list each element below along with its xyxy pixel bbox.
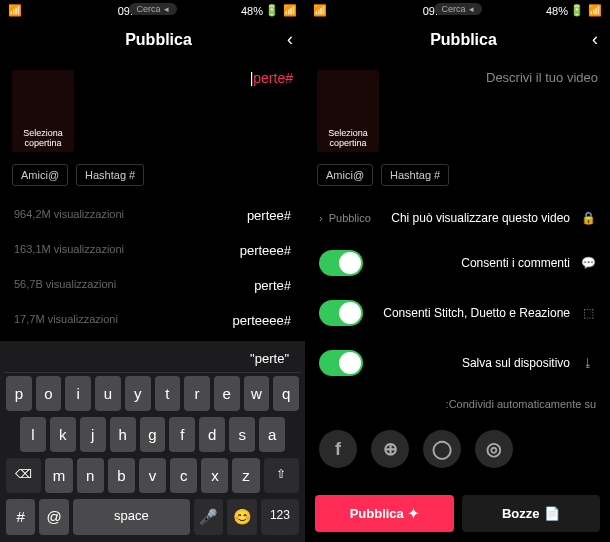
- key-y[interactable]: y: [125, 376, 151, 411]
- draft-button[interactable]: 📄 Bozze: [462, 495, 601, 532]
- key-r[interactable]: r: [184, 376, 210, 411]
- key-n[interactable]: n: [77, 458, 104, 493]
- key-u[interactable]: u: [95, 376, 121, 411]
- friends-chip[interactable]: @Amici: [317, 164, 373, 186]
- key-t[interactable]: t: [155, 376, 181, 411]
- chevron-right-icon[interactable]: ›: [592, 29, 598, 50]
- download-icon: ⭳: [580, 355, 596, 371]
- key-b[interactable]: b: [108, 458, 135, 493]
- key-e[interactable]: e: [214, 376, 240, 411]
- suggestion-item[interactable]: #pertee964,2M visualizzazioni: [0, 198, 305, 233]
- key-k[interactable]: k: [50, 417, 76, 452]
- friends-chip[interactable]: @Amici: [12, 164, 68, 186]
- header: › Pubblica: [0, 21, 305, 58]
- page-title: Pubblica: [335, 31, 592, 49]
- suggestion-item[interactable]: #perte56,7B visualizzazioni: [0, 268, 305, 303]
- cover-thumbnail[interactable]: Seleziona copertina: [12, 70, 74, 152]
- publish-button[interactable]: ✦ Pubblica: [315, 495, 454, 532]
- key-d[interactable]: d: [199, 417, 225, 452]
- phone-left: ◂ Cerca 📶🔋48% 09:39 📶 › Pubblica Descriv…: [305, 0, 610, 542]
- key-at[interactable]: @: [39, 499, 68, 535]
- lock-icon: 🔒: [580, 210, 596, 226]
- save-row: ⭳Salva sul dispositivo: [305, 338, 610, 388]
- key-s[interactable]: s: [229, 417, 255, 452]
- page-title: Pubblica: [30, 31, 287, 49]
- key-p[interactable]: p: [6, 376, 32, 411]
- key-hash[interactable]: #: [6, 499, 35, 535]
- hashtag-suggestions: #pertee964,2M visualizzazioni #perteee16…: [0, 198, 305, 338]
- key-f[interactable]: f: [169, 417, 195, 452]
- key-z[interactable]: z: [232, 458, 259, 493]
- key-mic[interactable]: 🎤: [194, 499, 223, 535]
- stitch-icon: ⬚: [580, 305, 596, 321]
- suggestion-item[interactable]: #perteee163,1M visualizzazioni: [0, 233, 305, 268]
- instagram-icon[interactable]: ◯: [423, 430, 461, 468]
- stitch-row: ⬚Consenti Stitch, Duetto e Reazione: [305, 288, 610, 338]
- whatsapp-icon[interactable]: ◎: [475, 430, 513, 468]
- key-g[interactable]: g: [140, 417, 166, 452]
- key-w[interactable]: w: [244, 376, 270, 411]
- key-m[interactable]: m: [45, 458, 72, 493]
- keyboard: "perte" q w e r t y u i o p a s d f g h …: [0, 341, 305, 542]
- stitch-toggle[interactable]: [319, 300, 363, 326]
- keyboard-suggestion[interactable]: "perte": [4, 345, 301, 373]
- key-l[interactable]: l: [20, 417, 46, 452]
- search-pill[interactable]: ◂ Cerca: [433, 3, 481, 15]
- key-o[interactable]: o: [36, 376, 62, 411]
- share-label: Condividi automaticamente su:: [305, 388, 610, 420]
- header: › Pubblica: [305, 21, 610, 58]
- stories-icon[interactable]: ⊕: [371, 430, 409, 468]
- comments-toggle[interactable]: [319, 250, 363, 276]
- privacy-row[interactable]: 🔒Chi può visualizzare questo video Pubbl…: [305, 198, 610, 238]
- key-a[interactable]: a: [259, 417, 285, 452]
- key-v[interactable]: v: [139, 458, 166, 493]
- search-pill[interactable]: ◂ Cerca: [128, 3, 176, 15]
- key-c[interactable]: c: [170, 458, 197, 493]
- key-space[interactable]: space: [73, 499, 190, 535]
- cover-thumbnail[interactable]: Seleziona copertina: [317, 70, 379, 152]
- chevron-right-icon[interactable]: ›: [287, 29, 293, 50]
- save-toggle[interactable]: [319, 350, 363, 376]
- key-x[interactable]: x: [201, 458, 228, 493]
- key-j[interactable]: j: [80, 417, 106, 452]
- hashtag-chip[interactable]: # Hashtag: [381, 164, 449, 186]
- key-q[interactable]: q: [273, 376, 299, 411]
- key-backspace[interactable]: ⌫: [6, 458, 41, 493]
- hashtag-chip[interactable]: # Hashtag: [76, 164, 144, 186]
- chevron-left-icon: ‹: [319, 212, 323, 224]
- comments-row: 💬Consenti i commenti: [305, 238, 610, 288]
- facebook-icon[interactable]: f: [319, 430, 357, 468]
- suggestion-item[interactable]: #perteeee17,7M visualizzazioni: [0, 303, 305, 338]
- key-123[interactable]: 123: [261, 499, 299, 535]
- key-h[interactable]: h: [110, 417, 136, 452]
- key-i[interactable]: i: [65, 376, 91, 411]
- key-emoji[interactable]: 😊: [227, 499, 256, 535]
- comment-icon: 💬: [580, 255, 596, 271]
- description-input[interactable]: #perte|: [84, 70, 293, 152]
- description-input[interactable]: Descrivi il tuo video: [389, 70, 598, 152]
- phone-right: ◂ Cerca 📶🔋48% 09:39 📶 › Pubblica #perte|…: [0, 0, 305, 542]
- key-shift[interactable]: ⇧: [264, 458, 299, 493]
